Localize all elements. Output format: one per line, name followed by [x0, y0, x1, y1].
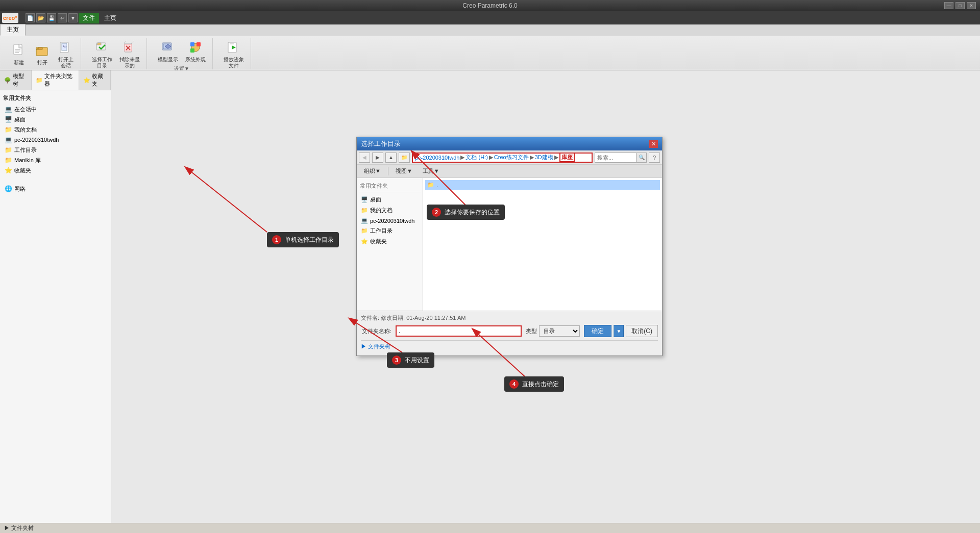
creo-logo: creo° [2, 13, 18, 23]
minimize-btn[interactable]: — [944, 2, 953, 9]
myfav-label: 收藏夹 [14, 167, 31, 174]
annotation-2-number: 2 [432, 208, 441, 217]
desktop-label: 桌面 [14, 116, 26, 123]
pc-icon: 💻 [4, 136, 12, 144]
svg-rect-22 [190, 42, 194, 46]
sidebar-item-manikin[interactable]: 📁 Manikin 库 [2, 155, 109, 165]
back-button[interactable]: ◀ [359, 153, 370, 163]
search-input[interactable] [595, 155, 636, 161]
folder-name-input[interactable] [396, 325, 522, 337]
forward-button[interactable]: ▶ [372, 153, 383, 163]
sidebar-item-mydocs[interactable]: 📁 我的文档 [2, 124, 109, 135]
network-icon: 🌐 [4, 185, 12, 193]
annotation-4: 4 直接点击确定 [504, 376, 564, 392]
sidebar-item-myfav[interactable]: ⭐ 收藏夹 [2, 165, 109, 175]
favorites-label: 收藏夹 [92, 72, 106, 88]
myfav-icon: ⭐ [4, 166, 12, 174]
close-btn[interactable]: ✕ [967, 2, 976, 9]
dialog-sidebar-desktop[interactable]: 🖥️ 桌面 [359, 194, 421, 205]
up-button[interactable]: ▲ [385, 153, 397, 163]
dialog-sidebar-pc[interactable]: 💻 pc-20200310twdh [359, 216, 421, 225]
file-item-label: . [436, 182, 438, 188]
mydocs-icon: 📁 [4, 125, 12, 134]
file-tree-toggle-label: ▶ 文件夹树 [361, 343, 390, 350]
sidebar-item-desktop[interactable]: 🖥️ 桌面 [2, 114, 109, 124]
left-sidebar: 🌳 模型树 📁 文件夹浏览器 ⭐ 收藏夹 常用文件夹 💻 在会话中 🖥️ 桌面 [0, 70, 111, 523]
folder-icon-btn: 📁 [399, 153, 410, 163]
svg-rect-24 [190, 48, 194, 53]
system-appearance-button[interactable]: 系统外观 [183, 38, 208, 64]
sidebar-tab-favorites[interactable]: ⭐ 收藏夹 [79, 70, 111, 90]
network-label: 网络 [14, 185, 26, 193]
annotation-2: 2 选择你要保存的位置 [427, 205, 505, 220]
select-workdir-button[interactable]: 选择工作 目录 [89, 38, 115, 70]
open-label: 打开 [37, 60, 47, 66]
ok-button[interactable]: 确定 [584, 325, 611, 337]
sidebar-item-pc[interactable]: 💻 pc-20200310twdh [2, 135, 109, 145]
dialog-sidebar-fav-label: 收藏夹 [370, 238, 387, 245]
sidebar-content: 常用文件夹 💻 在会话中 🖥️ 桌面 📁 我的文档 💻 pc-20200310t… [0, 90, 111, 523]
maximize-btn[interactable]: □ [955, 2, 965, 9]
dialog-nav-toolbar: ◀ ▶ ▲ 📁 pc-20200310twdh ▶ 文档 (H:) ▶ Creo… [357, 150, 662, 165]
breadcrumb-creo[interactable]: Creo练习文件 [494, 154, 529, 161]
breadcrumb-3d[interactable]: 3D建模 [535, 154, 553, 161]
open-button[interactable]: 打开 [32, 41, 53, 67]
file-item-dot[interactable]: 📁 . [425, 180, 660, 190]
dialog-close-button[interactable]: ✕ [649, 140, 658, 148]
search-button[interactable]: 🔍 [636, 153, 646, 162]
erase-notdisplayed-button[interactable]: 拭除未显 示的 [117, 38, 142, 70]
new-quick-btn[interactable]: 📄 [26, 13, 35, 22]
menu-file[interactable]: 文件 [79, 13, 99, 23]
file-item-icon: 📁 [427, 182, 434, 188]
breadcrumb-pc[interactable]: pc-20200310twdh [415, 155, 459, 161]
sidebar-item-network[interactable]: 🌐 网络 [2, 184, 109, 194]
menu-bar: creo° 📄 📂 💾 ↩ ▼ 文件 主页 [0, 11, 980, 24]
sidebar-item-workdir[interactable]: 📁 工作目录 [2, 145, 109, 155]
ok-dropdown-button[interactable]: ▼ [614, 325, 624, 337]
view-btn[interactable]: 视图▼ [393, 166, 415, 176]
open-session-icon: Ab [58, 39, 74, 56]
organize-btn[interactable]: 组织▼ [361, 166, 384, 176]
ribbon-group-data: 新建 打开 Ab 打开上 会话 数据 [4, 38, 81, 69]
cancel-button[interactable]: 取消(C) [626, 325, 658, 337]
app-title: Creo Parametric 6.0 [462, 2, 517, 9]
svg-rect-23 [197, 42, 201, 46]
system-appearance-label: 系统外观 [185, 57, 206, 63]
bottom-file-tree-toggle[interactable]: ▶ 文件夹树 [4, 524, 34, 532]
dialog-sidebar-docs[interactable]: 📁 我的文档 [359, 205, 421, 216]
new-button[interactable]: 新建 [8, 41, 30, 67]
quick-access-toolbar: 📄 📂 💾 ↩ ▼ [26, 13, 78, 22]
manikin-label: Manikin 库 [14, 157, 41, 164]
file-tree-toggle[interactable]: ▶ 文件夹树 [361, 340, 658, 352]
select-workdir-icon [94, 39, 110, 56]
sidebar-item-session[interactable]: 💻 在会话中 [2, 104, 109, 114]
open-session-button[interactable]: Ab 打开上 会话 [55, 38, 77, 70]
ribbon-tab-home[interactable]: 主页 [0, 24, 26, 36]
annotation-2-text: 选择你要保存的位置 [445, 209, 500, 216]
folder-name-row: 文件夹名称: 类型 目录 确定 ▼ 取消(C) [361, 325, 658, 337]
breadcrumb-current[interactable]: 库座 [559, 153, 575, 162]
new-label: 新建 [14, 60, 24, 66]
help-button[interactable]: ? [649, 153, 660, 163]
playback-button[interactable]: 播放迹象 文件 [221, 38, 247, 70]
model-display-button[interactable]: 模型显示 [155, 38, 181, 64]
undo-quick-btn[interactable]: ↩ [58, 13, 67, 22]
folder-name-label: 文件夹名称: [361, 327, 391, 335]
dialog-sidebar-pc-icon: 💻 [361, 217, 368, 224]
sidebar-tab-model[interactable]: 🌳 模型树 [0, 70, 32, 90]
svg-line-14 [131, 41, 134, 43]
annotation-3-number: 3 [392, 356, 401, 365]
breadcrumb-docs[interactable]: 文档 (H:) [465, 154, 487, 161]
tools-btn[interactable]: 工具▼ [420, 166, 443, 176]
type-select[interactable]: 目录 [539, 325, 580, 337]
dropdown-quick-btn[interactable]: ▼ [68, 13, 78, 22]
sidebar-tab-folder[interactable]: 📁 文件夹浏览器 [32, 70, 79, 90]
dialog-sidebar-fav[interactable]: ⭐ 收藏夹 [359, 236, 421, 247]
open-quick-btn[interactable]: 📂 [36, 13, 45, 22]
ribbon-group-settings: 模型显示 系统外观 设置▼ [151, 38, 213, 69]
dialog-sidebar-workdir[interactable]: 📁 工作目录 [359, 225, 421, 236]
save-quick-btn[interactable]: 💾 [47, 13, 56, 22]
dialog-actions: 确定 ▼ 取消(C) [584, 325, 658, 337]
main-area: 🌳 模型树 📁 文件夹浏览器 ⭐ 收藏夹 常用文件夹 💻 在会话中 🖥️ 桌面 [0, 70, 980, 523]
menu-home[interactable]: 主页 [100, 13, 120, 23]
